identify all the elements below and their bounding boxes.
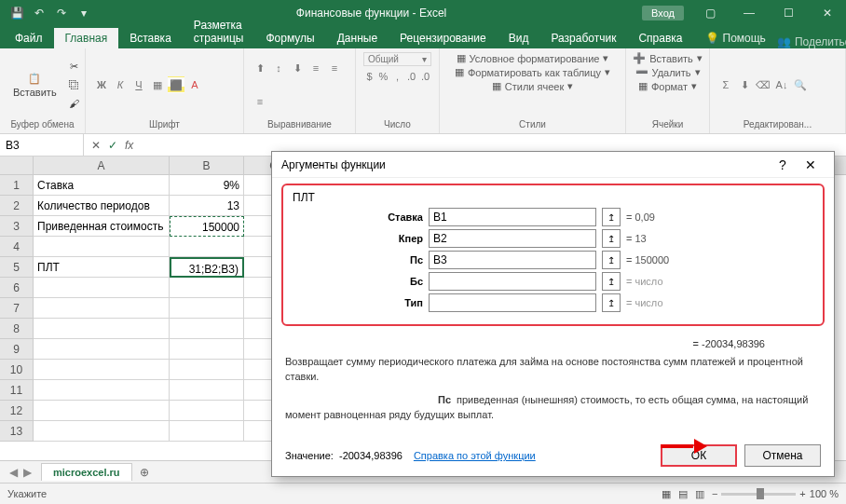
sheet-tab[interactable]: microexcel.ru bbox=[41, 463, 132, 481]
undo-icon[interactable]: ↶ bbox=[30, 4, 48, 22]
cancel-formula-icon[interactable]: ✕ bbox=[91, 139, 101, 152]
cell-A2[interactable]: Количество периодов bbox=[34, 196, 170, 216]
cut-icon[interactable]: ✂ bbox=[66, 58, 83, 75]
function-help-link[interactable]: Справка по этой функции bbox=[414, 450, 536, 461]
maximize-icon[interactable]: ☐ bbox=[770, 0, 807, 26]
autosum-icon[interactable]: Σ bbox=[717, 76, 734, 93]
row-header[interactable]: 1 bbox=[0, 175, 34, 196]
redo-icon[interactable]: ↷ bbox=[52, 4, 71, 22]
save-icon[interactable]: 💾 bbox=[7, 4, 26, 22]
bold-button[interactable]: Ж bbox=[93, 76, 110, 93]
cell-A10[interactable] bbox=[34, 360, 170, 380]
column-header[interactable]: A bbox=[34, 157, 170, 174]
cell-A1[interactable]: Ставка bbox=[34, 175, 170, 196]
underline-button[interactable]: Ч bbox=[130, 76, 147, 93]
format-as-table-button[interactable]: ▦Форматировать как таблицу ▾ bbox=[455, 66, 610, 78]
align-bot-icon[interactable]: ⬇ bbox=[289, 60, 306, 76]
cell-B8[interactable] bbox=[170, 319, 244, 339]
arg-input-Ставка[interactable] bbox=[429, 208, 596, 226]
cell-B10[interactable] bbox=[170, 360, 244, 380]
enter-formula-icon[interactable]: ✓ bbox=[108, 139, 117, 152]
cell-B9[interactable] bbox=[170, 339, 244, 360]
insert-cells-button[interactable]: ➕Вставить ▾ bbox=[633, 52, 703, 64]
cell-B5[interactable]: 31;B2;B3) bbox=[170, 257, 244, 278]
sheet-prev-icon[interactable]: ◀ bbox=[9, 466, 18, 479]
format-painter-icon[interactable]: 🖌 bbox=[66, 95, 83, 112]
sheet-next-icon[interactable]: ▶ bbox=[23, 466, 32, 479]
login-button[interactable]: Вход bbox=[642, 6, 684, 20]
row-header[interactable]: 13 bbox=[0, 421, 34, 442]
cell-B6[interactable] bbox=[170, 278, 244, 298]
tab-file[interactable]: Файл bbox=[4, 28, 54, 48]
cell-A4[interactable] bbox=[34, 237, 170, 257]
cell-B3[interactable]: 150000 bbox=[170, 216, 244, 237]
find-icon[interactable]: 🔍 bbox=[792, 76, 809, 93]
cell-A8[interactable] bbox=[34, 319, 170, 339]
dialog-close-icon[interactable]: ✕ bbox=[797, 157, 825, 172]
tab-data[interactable]: Данные bbox=[326, 28, 389, 48]
cell-B11[interactable] bbox=[170, 380, 244, 401]
row-header[interactable]: 6 bbox=[0, 278, 34, 298]
tab-insert[interactable]: Вставка bbox=[118, 28, 183, 48]
select-all-corner[interactable] bbox=[0, 157, 34, 175]
range-selector-icon[interactable]: ↥ bbox=[602, 229, 621, 248]
cell-B12[interactable] bbox=[170, 401, 244, 421]
arg-input-Кпер[interactable] bbox=[429, 229, 596, 248]
zoom-level[interactable]: 100 % bbox=[810, 488, 839, 499]
dec-dec-icon[interactable]: .0 bbox=[419, 68, 431, 85]
cell-A13[interactable] bbox=[34, 421, 170, 442]
align-left-icon[interactable]: ≡ bbox=[307, 60, 324, 76]
range-selector-icon[interactable]: ↥ bbox=[602, 251, 621, 269]
close-icon[interactable]: ✕ bbox=[809, 0, 846, 26]
tab-review[interactable]: Рецензирование bbox=[389, 28, 498, 48]
cell-styles-button[interactable]: ▦Стили ячеек ▾ bbox=[492, 80, 573, 92]
ribbon-options-icon[interactable]: ▢ bbox=[691, 0, 729, 26]
cell-A6[interactable] bbox=[34, 278, 170, 298]
cell-B4[interactable] bbox=[170, 237, 244, 257]
conditional-formatting-button[interactable]: ▦Условное форматирование ▾ bbox=[457, 52, 609, 64]
comma-icon[interactable]: , bbox=[391, 68, 403, 85]
row-header[interactable]: 10 bbox=[0, 360, 34, 380]
format-cells-button[interactable]: ▦Формат ▾ bbox=[638, 80, 697, 92]
sort-icon[interactable]: A↓ bbox=[773, 76, 790, 93]
tab-formulas[interactable]: Формулы bbox=[254, 28, 325, 48]
fill-icon[interactable]: ⬇ bbox=[736, 76, 753, 93]
zoom-in-icon[interactable]: + bbox=[799, 488, 805, 499]
row-header[interactable]: 8 bbox=[0, 319, 34, 339]
range-selector-icon[interactable]: ↥ bbox=[602, 208, 621, 226]
font-color-button[interactable]: A bbox=[186, 76, 203, 93]
tab-help[interactable]: Справка bbox=[627, 28, 693, 48]
arg-input-Тип[interactable] bbox=[429, 293, 596, 312]
column-header[interactable]: B bbox=[170, 157, 244, 174]
range-selector-icon[interactable]: ↥ bbox=[602, 272, 621, 291]
italic-button[interactable]: К bbox=[112, 76, 129, 93]
cancel-button[interactable]: Отмена bbox=[744, 444, 821, 467]
view-layout-icon[interactable]: ▤ bbox=[678, 488, 688, 500]
view-normal-icon[interactable]: ▦ bbox=[662, 488, 671, 500]
align-mid-icon[interactable]: ↕ bbox=[270, 60, 287, 76]
clear-icon[interactable]: ⌫ bbox=[755, 76, 771, 93]
border-button[interactable]: ▦ bbox=[149, 76, 166, 93]
range-selector-icon[interactable]: ↥ bbox=[602, 293, 621, 312]
cell-A7[interactable] bbox=[34, 298, 170, 319]
view-break-icon[interactable]: ▥ bbox=[695, 488, 704, 500]
name-box[interactable]: B3 bbox=[0, 134, 84, 156]
new-sheet-icon[interactable]: ⊕ bbox=[132, 466, 157, 479]
percent-icon[interactable]: % bbox=[377, 68, 389, 85]
qat-dropdown-icon[interactable]: ▾ bbox=[75, 4, 93, 22]
row-header[interactable]: 9 bbox=[0, 339, 34, 360]
delete-cells-button[interactable]: ➖Удалить ▾ bbox=[635, 66, 701, 78]
align-right-icon[interactable]: ≡ bbox=[252, 93, 268, 110]
align-center-icon[interactable]: ≡ bbox=[326, 60, 343, 76]
paste-button[interactable]: 📋Вставить bbox=[7, 71, 62, 100]
row-header[interactable]: 4 bbox=[0, 237, 34, 257]
row-header[interactable]: 5 bbox=[0, 257, 34, 278]
row-header[interactable]: 12 bbox=[0, 401, 34, 421]
tell-me[interactable]: 💡Помощь bbox=[694, 28, 777, 48]
dialog-help-icon[interactable]: ? bbox=[769, 157, 797, 172]
row-header[interactable]: 11 bbox=[0, 380, 34, 401]
tab-layout[interactable]: Разметка страницы bbox=[183, 15, 255, 48]
arg-input-Бс[interactable] bbox=[429, 272, 596, 291]
cell-A11[interactable] bbox=[34, 380, 170, 401]
copy-icon[interactable]: ⿻ bbox=[66, 76, 83, 93]
